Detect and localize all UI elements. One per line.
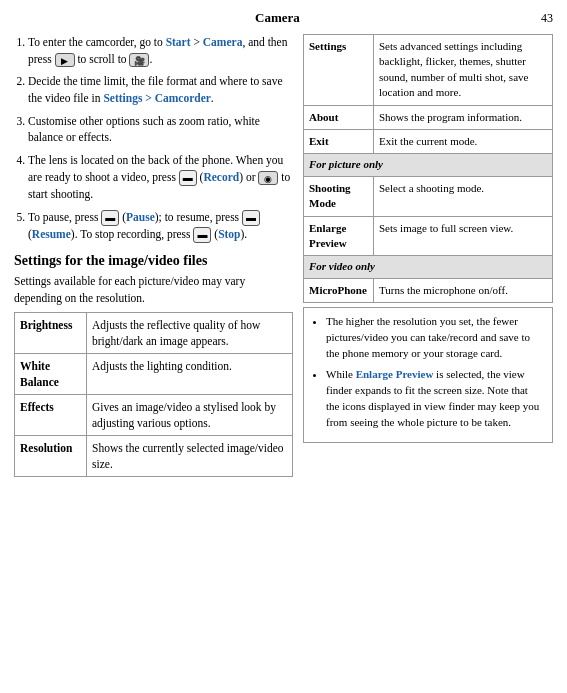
setting-label: Brightness: [15, 312, 87, 353]
scroll-btn-icon: ▶: [55, 53, 75, 67]
table-row: ExitExit the current mode.: [304, 129, 553, 153]
page-title: Camera: [14, 10, 541, 26]
table-row: Shooting ModeSelect a shooting mode.: [304, 176, 553, 216]
right-setting-desc: Select a shooting mode.: [374, 176, 553, 216]
step-2: Decide the time limit, the file format a…: [28, 73, 293, 106]
table-row: BrightnessAdjusts the reflective quality…: [15, 312, 293, 353]
note-2: While Enlarge Preview is selected, the v…: [326, 367, 544, 431]
resume-label: Resume: [32, 228, 71, 240]
notes-list: The higher the resolution you set, the f…: [312, 314, 544, 431]
right-setting-label: MicroPhone: [304, 278, 374, 302]
table-row: ResolutionShows the currently selected i…: [15, 436, 293, 477]
table-row: Enlarge PreviewSets image to full screen…: [304, 216, 553, 256]
settings-camcorder-link: Settings > Camcorder: [103, 92, 210, 104]
stop-label: Stop: [218, 228, 240, 240]
start-link: Start: [166, 36, 191, 48]
section-label: For video only: [304, 256, 553, 278]
page-number: 43: [541, 11, 553, 26]
steps-list: To enter the camcorder, go to Start > Ca…: [14, 34, 293, 243]
table-row: MicroPhoneTurns the microphone on/off.: [304, 278, 553, 302]
image-video-subtext: Settings available for each picture/vide…: [14, 273, 293, 305]
right-setting-desc: Exit the current mode.: [374, 129, 553, 153]
right-setting-label: About: [304, 105, 374, 129]
step-1: To enter the camcorder, go to Start > Ca…: [28, 34, 293, 67]
image-video-heading: Settings for the image/video files: [14, 253, 293, 269]
right-setting-label: Enlarge Preview: [304, 216, 374, 256]
right-setting-label: Shooting Mode: [304, 176, 374, 216]
setting-desc: Adjusts the lighting condition.: [87, 353, 293, 394]
stop-key: ▬: [193, 227, 211, 243]
table-row: EffectsGives an image/video a stylised l…: [15, 395, 293, 436]
right-setting-desc: Shows the program information.: [374, 105, 553, 129]
step-4: The lens is located on the back of the p…: [28, 152, 293, 203]
right-setting-desc: Turns the microphone on/off.: [374, 278, 553, 302]
table-row: For video only: [304, 256, 553, 278]
step-3: Customise other options such as zoom rat…: [28, 113, 293, 146]
record-key: ▬: [179, 170, 197, 186]
setting-desc: Adjusts the reflective quality of how br…: [87, 312, 293, 353]
pause-label: Pause: [126, 211, 155, 223]
record-label: Record: [203, 171, 239, 183]
right-setting-desc: Sets advanced settings including backlig…: [374, 35, 553, 106]
table-row: AboutShows the program information.: [304, 105, 553, 129]
step-5: To pause, press ▬ (Pause); to resume, pr…: [28, 209, 293, 244]
table-row: For picture only: [304, 154, 553, 176]
page-header: Camera 43: [14, 10, 553, 26]
table-row: SettingsSets advanced settings including…: [304, 35, 553, 106]
settings-table: BrightnessAdjusts the reflective quality…: [14, 312, 293, 478]
section-label: For picture only: [304, 154, 553, 176]
pause-key: ▬: [101, 210, 119, 226]
camcorder-icon: 🎥: [129, 53, 149, 67]
setting-desc: Shows the currently selected image/video…: [87, 436, 293, 477]
note-1: The higher the resolution you set, the f…: [326, 314, 544, 362]
right-column: SettingsSets advanced settings including…: [303, 34, 553, 477]
right-setting-label: Settings: [304, 35, 374, 106]
shoot-icon: ◉: [258, 171, 278, 185]
setting-desc: Gives an image/video a stylised look by …: [87, 395, 293, 436]
resume-key: ▬: [242, 210, 260, 226]
table-row: White BalanceAdjusts the lighting condit…: [15, 353, 293, 394]
notes-box: The higher the resolution you set, the f…: [303, 307, 553, 443]
right-setting-label: Exit: [304, 129, 374, 153]
left-column: To enter the camcorder, go to Start > Ca…: [14, 34, 293, 477]
enlarge-preview-link: Enlarge Preview: [356, 368, 434, 380]
setting-label: White Balance: [15, 353, 87, 394]
right-table: SettingsSets advanced settings including…: [303, 34, 553, 303]
setting-label: Resolution: [15, 436, 87, 477]
camera-link: Camera: [203, 36, 243, 48]
setting-label: Effects: [15, 395, 87, 436]
right-setting-desc: Sets image to full screen view.: [374, 216, 553, 256]
